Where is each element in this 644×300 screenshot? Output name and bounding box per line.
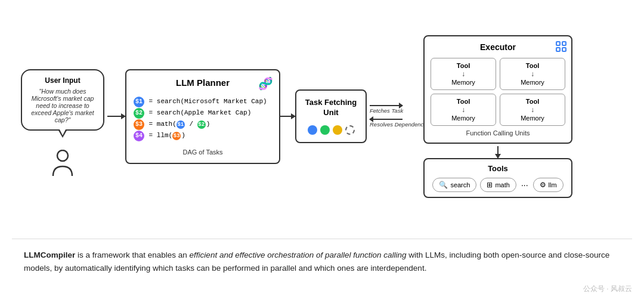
brain-icon: 🧬 xyxy=(258,76,273,91)
fu-2: Tool ↓ Memory xyxy=(500,58,565,90)
desc-italic-text: efficient and effective orchestration of… xyxy=(190,250,407,259)
bubble-text: "How much does Microsoft's market cap ne… xyxy=(29,88,96,123)
llm-planner-box: LLM Planner 🧬 $1 = search(Microsoft Mark… xyxy=(125,69,280,164)
fu-tool-1: Tool xyxy=(435,62,492,69)
tools-title: Tools xyxy=(432,164,564,173)
task-code-4a: = llm( xyxy=(149,132,173,139)
task-code-3a: = math( xyxy=(149,120,177,128)
fetch-resolve-arrows: Fetches Task Resolves Dependency xyxy=(367,105,420,128)
fu-1: Tool ↓ Memory xyxy=(431,58,496,90)
fetches-arrow xyxy=(370,105,402,106)
tfu-title: Task Fetching Unit xyxy=(302,98,360,118)
task-line-1: $1 = search(Microsoft Market Cap) xyxy=(134,96,272,107)
fu-3: Tool ↓ Memory xyxy=(431,94,496,126)
person-icon xyxy=(51,150,75,182)
llm-planner-title: LLM Planner xyxy=(134,78,272,88)
svg-rect-3 xyxy=(556,48,560,51)
fu-4: Tool ↓ Memory xyxy=(500,94,565,126)
dag-code: $1 = search(Microsoft Market Cap) $2 = s… xyxy=(134,94,272,144)
fcu-label: Function Calling Units xyxy=(431,129,565,137)
svg-point-0 xyxy=(57,150,68,161)
math-label: math xyxy=(495,181,509,188)
fu-arrow-3: ↓ xyxy=(435,106,492,113)
svg-rect-2 xyxy=(562,42,566,45)
llm-label: llm xyxy=(549,181,557,188)
dot-dashed xyxy=(345,125,355,135)
fu-memory-2: Memory xyxy=(504,79,561,86)
fu-arrow-1: ↓ xyxy=(435,70,492,78)
tfu-dots xyxy=(302,125,360,135)
fu-memory-1: Memory xyxy=(435,79,492,86)
resolves-group: Resolves Dependency xyxy=(370,119,426,128)
task-code-2: = search(Apple Market Cap) xyxy=(149,109,252,116)
resolves-label: Resolves Dependency xyxy=(370,121,426,128)
math-icon: ⊞ xyxy=(487,181,493,189)
bubble-title: User Input xyxy=(29,76,96,85)
diagram-area: User Input "How much does Microsoft's ma… xyxy=(12,12,632,239)
fu-arrow-2: ↓ xyxy=(504,70,561,78)
svg-rect-1 xyxy=(556,42,560,45)
dag-label: DAG of Tasks xyxy=(134,149,272,156)
task-code-3b: ) xyxy=(206,120,210,128)
task-var-2: $2 xyxy=(134,108,144,119)
dot-green xyxy=(320,125,330,135)
llm-icon: ⚙ xyxy=(540,181,546,189)
executor-tools-section: Executor Tool ↓ Memory Tool ↓ xyxy=(420,35,575,198)
task-var-4: $4 xyxy=(134,131,144,141)
desc-text-before-italic: is a framework that enables an xyxy=(75,250,189,259)
tools-row: 🔍 search ⊞ math ··· ⚙ llm xyxy=(432,178,564,192)
fu-memory-3: Memory xyxy=(435,115,492,122)
fu-arrow-4: ↓ xyxy=(504,106,561,113)
dot-yellow xyxy=(333,125,342,135)
arrow-planner-to-tfu xyxy=(280,116,295,117)
fu-tool-3: Tool xyxy=(435,98,492,105)
dots-separator: ··· xyxy=(520,178,530,192)
speech-bubble: User Input "How much does Microsoft's ma… xyxy=(21,69,104,131)
task-code-4b: ) xyxy=(181,132,185,139)
resolves-arrow xyxy=(370,119,402,120)
task-arg-4-1: $3 xyxy=(172,132,181,140)
fu-memory-4: Memory xyxy=(504,115,561,122)
fetches-label: Fetches Task xyxy=(370,107,403,114)
arrow-user-to-planner xyxy=(107,116,125,117)
tool-search-btn[interactable]: 🔍 search xyxy=(432,178,476,192)
tools-box: Tools 🔍 search ⊞ math ··· ⚙ llm xyxy=(423,158,572,198)
task-var-1: $1 xyxy=(134,97,144,107)
task-sep-3: / xyxy=(185,120,197,128)
user-input-section: User Input "How much does Microsoft's ma… xyxy=(18,69,107,182)
task-line-3: $3 = math($1 / $2) xyxy=(134,119,272,130)
fu-tool-4: Tool xyxy=(504,98,561,105)
down-arrow-line xyxy=(497,146,499,158)
search-icon: 🔍 xyxy=(439,181,448,189)
function-units-grid: Tool ↓ Memory Tool ↓ Memory Tool ↓ Memor… xyxy=(431,58,565,126)
dot-blue xyxy=(308,125,317,135)
executor-title: Executor xyxy=(431,42,565,52)
watermark: 公众号 · 风叔云 xyxy=(583,284,632,294)
executor-box: Executor Tool ↓ Memory Tool ↓ xyxy=(423,35,572,144)
svg-rect-4 xyxy=(562,48,566,51)
tool-math-btn[interactable]: ⊞ math xyxy=(480,178,516,192)
task-arg-3-2: $2 xyxy=(197,120,206,129)
tool-llm-btn[interactable]: ⚙ llm xyxy=(533,178,564,192)
search-label: search xyxy=(450,181,470,188)
description-area: LLMCompiler is a framework that enables … xyxy=(12,239,632,280)
task-line-4: $4 = llm($3) xyxy=(134,130,272,141)
brand-name: LLMCompiler xyxy=(24,250,75,259)
task-code-1: = search(Microsoft Market Cap) xyxy=(149,98,267,105)
task-fetching-box: Task Fetching Unit xyxy=(295,89,367,143)
fetches-group: Fetches Task xyxy=(370,105,403,114)
task-line-2: $2 = search(Apple Market Cap) xyxy=(134,107,272,119)
fu-tool-2: Tool xyxy=(504,62,561,69)
down-arrow xyxy=(497,146,499,158)
fetches-arrow-line xyxy=(370,105,402,106)
task-var-3: $3 xyxy=(134,119,144,130)
task-arg-3-1: $1 xyxy=(177,120,185,129)
resolves-arrow-line xyxy=(370,119,402,120)
scan-icon xyxy=(556,41,566,54)
